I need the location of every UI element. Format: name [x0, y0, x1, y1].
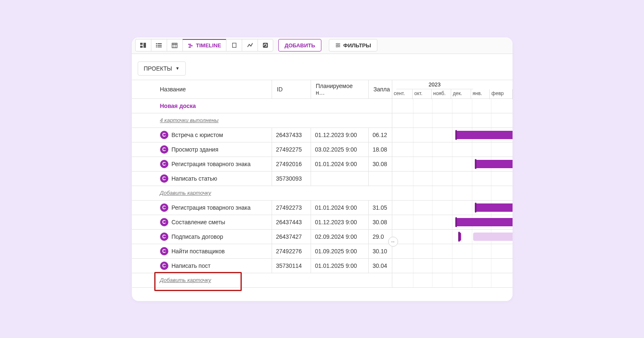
gantt-bar-light[interactable]	[473, 233, 513, 241]
gantt-cell[interactable]	[392, 230, 513, 244]
view-list-icon[interactable]	[151, 39, 167, 51]
header-id[interactable]: ID	[272, 80, 311, 98]
gantt-cell[interactable]	[392, 157, 513, 171]
view-chart-icon[interactable]	[242, 39, 258, 51]
svg-rect-1	[140, 46, 143, 48]
table-row[interactable]: ССоставление сметы2643744301.12.2023 9:0…	[132, 215, 513, 230]
gantt-cell[interactable]	[392, 171, 513, 186]
status-badge: С	[160, 218, 168, 226]
app-frame: TIMELINE ДОБАВИТЬ ФИЛЬТРЫ ПРОЕКТЫ ▼ Назв…	[132, 37, 513, 301]
header-plan-start[interactable]: Планируемое н…	[311, 80, 369, 98]
gantt-month: янв.	[471, 89, 490, 99]
view-timeline-tab[interactable]: TIMELINE	[182, 39, 226, 51]
gantt-bar[interactable]	[475, 160, 513, 168]
svg-point-20	[337, 43, 338, 44]
filters-button[interactable]: ФИЛЬТРЫ	[329, 39, 377, 51]
column-drag-handle[interactable]: ↔	[388, 237, 398, 247]
row-id: 27492275	[272, 142, 311, 157]
view-refresh-icon[interactable]	[258, 39, 273, 51]
table-row[interactable]: СНаписать статью35730093	[132, 171, 513, 186]
row-plan-end: 31.05	[369, 201, 392, 215]
board-title: Новая доска	[160, 103, 196, 109]
projects-dropdown[interactable]: ПРОЕКТЫ ▼	[138, 61, 186, 76]
view-file-icon[interactable]	[226, 39, 242, 51]
status-badge: С	[160, 174, 168, 183]
row-name: Написать пост	[172, 262, 211, 269]
add-button[interactable]: ДОБАВИТЬ	[278, 39, 321, 51]
gantt-month: дек.	[451, 89, 471, 99]
svg-rect-15	[188, 47, 190, 47]
svg-rect-14	[189, 45, 192, 46]
row-plan-end: 30.08	[369, 215, 392, 229]
gantt-header: 2023 сент.окт.нояб.дек.янв.февр	[392, 80, 513, 98]
header-name[interactable]: Название	[132, 80, 272, 98]
svg-point-24	[336, 46, 338, 47]
row-name: Просмотр здания	[172, 146, 219, 153]
row-plan-end	[369, 171, 392, 186]
gantt-bar[interactable]	[456, 218, 513, 226]
gantt-cell[interactable]	[392, 244, 513, 258]
gantt-cell[interactable]	[392, 128, 513, 142]
table-row[interactable]: СНаписать пост3573011401.01.2025 9:0030.…	[132, 259, 513, 273]
header-plan-end[interactable]: Запла	[369, 80, 392, 98]
status-badge: С	[160, 203, 168, 212]
svg-point-22	[338, 45, 339, 46]
row-name: Подписать договор	[172, 233, 224, 240]
add-card-1-text: Добавить карточку	[160, 190, 211, 196]
row-id: 27492016	[272, 157, 311, 171]
gantt-month: сент.	[392, 89, 413, 99]
row-plan-start: 02.09.2024 9:00	[311, 230, 369, 244]
svg-rect-16	[232, 43, 236, 48]
table-row[interactable]: СПросмотр здания2749227503.02.2025 9:001…	[132, 142, 513, 157]
row-name: Регистрация товарного знака	[172, 161, 251, 167]
gantt-cell[interactable]	[392, 259, 513, 273]
table-header: Название ID Планируемое н… Запла 2023 се…	[132, 80, 513, 99]
row-name: Регистрация товарного знака	[172, 204, 251, 211]
gantt-month: нояб.	[432, 89, 452, 99]
done-cards-text: 4 карточки выполнены	[160, 117, 219, 123]
svg-rect-7	[156, 47, 157, 47]
row-plan-start: 01.01.2025 9:00	[311, 259, 369, 273]
done-cards-row[interactable]: 4 карточки выполнены	[132, 113, 513, 128]
row-id: 26437427	[272, 230, 311, 244]
timeline-label: TIMELINE	[196, 42, 221, 49]
chevron-down-icon: ▼	[175, 66, 180, 71]
svg-rect-13	[188, 44, 191, 44]
subbar: ПРОЕКТЫ ▼	[132, 54, 513, 80]
board-title-row[interactable]: Новая доска	[132, 99, 513, 113]
view-board-icon[interactable]	[135, 39, 151, 51]
add-card-row-1[interactable]: Добавить карточку	[132, 186, 513, 201]
svg-rect-0	[140, 43, 143, 45]
view-calendar-icon[interactable]	[167, 39, 182, 51]
table-row[interactable]: СНайти поставщиков2749227601.09.2025 9:0…	[132, 244, 513, 259]
svg-rect-4	[158, 43, 162, 44]
row-id: 27492276	[272, 244, 311, 258]
row-id: 35730114	[272, 259, 311, 273]
status-badge: С	[160, 145, 168, 154]
row-name: Встреча с юристом	[172, 132, 224, 138]
status-badge: С	[160, 131, 168, 139]
row-plan-start: 01.12.2023 9:00	[311, 128, 369, 142]
gantt-bar[interactable]	[459, 233, 461, 241]
gantt-bar[interactable]	[475, 203, 513, 212]
table-row[interactable]: СРегистрация товарного знака2749201601.0…	[132, 157, 513, 171]
row-plan-start: 01.09.2025 9:00	[311, 244, 369, 258]
add-card-row-2[interactable]: Добавить карточку	[132, 273, 513, 288]
svg-rect-9	[172, 43, 177, 48]
status-badge: С	[160, 247, 168, 255]
status-badge: С	[160, 262, 168, 270]
table-row[interactable]: СВстреча с юристом2643743301.12.2023 9:0…	[132, 128, 513, 142]
table-row[interactable]: СРегистрация товарного знака2749227301.0…	[132, 201, 513, 215]
gantt-month: окт.	[413, 89, 432, 99]
gantt-cell[interactable]	[392, 201, 513, 215]
gantt-cell[interactable]	[392, 215, 513, 229]
row-id: 35730093	[272, 171, 311, 186]
svg-rect-3	[156, 43, 157, 44]
gantt-bar[interactable]	[456, 131, 513, 139]
row-id: 26437433	[272, 128, 311, 142]
row-plan-end: 18.08	[369, 142, 392, 157]
svg-rect-6	[158, 45, 162, 46]
row-id: 26437443	[272, 215, 311, 229]
gantt-cell[interactable]	[392, 142, 513, 157]
table-row[interactable]: СПодписать договор2643742702.09.2024 9:0…	[132, 230, 513, 244]
